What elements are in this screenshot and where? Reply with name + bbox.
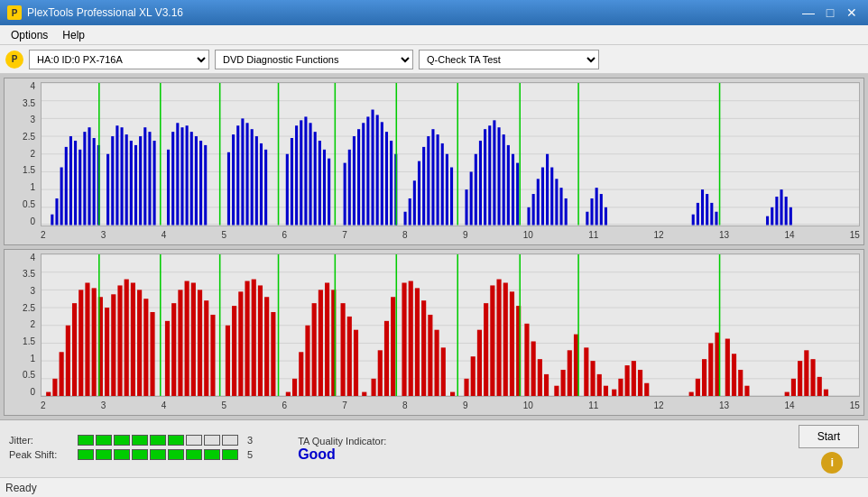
svg-rect-77 — [404, 212, 407, 225]
svg-rect-144 — [78, 290, 83, 396]
svg-rect-39 — [195, 136, 198, 225]
jitter-seg-6 — [168, 435, 184, 446]
svg-rect-49 — [255, 136, 258, 225]
svg-rect-155 — [143, 299, 148, 396]
menu-options[interactable]: Options — [4, 27, 55, 43]
svg-rect-153 — [131, 282, 135, 396]
svg-rect-245 — [804, 350, 808, 396]
svg-rect-57 — [304, 116, 307, 225]
metrics-section: Jitter: 3 Peak Shift: — [9, 435, 253, 464]
svg-rect-103 — [532, 194, 535, 225]
svg-rect-164 — [204, 300, 208, 396]
svg-rect-222 — [584, 347, 588, 396]
svg-rect-41 — [204, 145, 207, 225]
svg-rect-100 — [516, 163, 519, 225]
menu-help[interactable]: Help — [55, 27, 92, 43]
bottom-chart-inner — [41, 253, 860, 398]
svg-rect-178 — [299, 352, 303, 396]
close-button[interactable]: ✕ — [843, 5, 861, 20]
svg-rect-198 — [428, 314, 432, 396]
svg-rect-51 — [264, 150, 267, 225]
svg-rect-239 — [732, 354, 736, 396]
svg-rect-247 — [817, 376, 822, 396]
svg-rect-174 — [271, 311, 275, 396]
svg-rect-116 — [605, 207, 607, 225]
start-button[interactable]: Start — [799, 425, 859, 448]
peak-seg-3 — [114, 449, 130, 460]
peak-seg-9 — [222, 449, 238, 460]
svg-rect-73 — [385, 132, 388, 225]
svg-rect-145 — [85, 282, 89, 396]
svg-rect-54 — [291, 138, 293, 225]
svg-rect-227 — [618, 378, 623, 396]
titlebar: P PlexTools Professional XL V3.16 — □ ✕ — [0, 0, 868, 25]
svg-rect-12 — [65, 147, 68, 225]
drive-icon: P — [5, 51, 23, 69]
svg-rect-238 — [725, 338, 730, 396]
svg-rect-26 — [130, 141, 133, 225]
svg-rect-192 — [391, 297, 395, 396]
top-chart-svg — [42, 83, 859, 225]
svg-rect-160 — [178, 290, 182, 396]
svg-rect-189 — [371, 378, 375, 396]
svg-rect-87 — [450, 168, 453, 225]
svg-rect-165 — [210, 314, 215, 396]
svg-rect-191 — [384, 320, 389, 396]
svg-rect-167 — [226, 325, 230, 396]
svg-rect-219 — [568, 350, 572, 396]
jitter-value: 3 — [247, 435, 253, 446]
minimize-button[interactable]: — — [799, 5, 817, 20]
drive-select[interactable]: HA:0 ID:0 PX-716A — [29, 50, 209, 69]
jitter-seg-8 — [204, 435, 220, 446]
svg-rect-150 — [111, 294, 115, 396]
svg-rect-33 — [167, 150, 170, 225]
svg-rect-96 — [498, 127, 501, 225]
svg-rect-201 — [450, 391, 455, 396]
svg-rect-234 — [702, 359, 706, 396]
svg-rect-182 — [325, 282, 329, 396]
svg-rect-71 — [376, 115, 379, 225]
bottom-chart-svg — [42, 254, 859, 397]
svg-rect-122 — [715, 212, 717, 225]
svg-rect-197 — [421, 300, 426, 396]
svg-rect-17 — [88, 127, 90, 225]
svg-rect-208 — [496, 279, 501, 396]
svg-rect-43 — [227, 152, 230, 225]
svg-rect-218 — [561, 369, 566, 396]
peak-seg-2 — [96, 449, 112, 460]
test-select[interactable]: Q-Check TA Test — [419, 50, 599, 69]
function-select[interactable]: DVD Diagnostic Functions — [215, 50, 413, 69]
svg-rect-72 — [381, 122, 383, 225]
peak-seg-5 — [150, 449, 166, 460]
ta-quality-section: TA Quality Indicator: Good — [298, 436, 386, 463]
svg-rect-179 — [305, 325, 309, 396]
svg-rect-50 — [260, 143, 263, 225]
info-button[interactable]: i — [821, 452, 843, 474]
top-chart-x-axis: 2 3 4 5 6 7 8 9 10 11 12 13 14 15 — [41, 228, 860, 244]
svg-rect-185 — [341, 303, 346, 396]
maximize-button[interactable]: □ — [821, 5, 839, 20]
svg-rect-109 — [559, 188, 562, 225]
svg-rect-240 — [738, 369, 743, 396]
svg-rect-233 — [696, 378, 700, 396]
svg-rect-228 — [625, 365, 630, 396]
svg-rect-206 — [484, 303, 488, 396]
statusbar: Ready — [0, 477, 868, 497]
peak-seg-6 — [168, 449, 184, 460]
svg-rect-231 — [644, 382, 649, 396]
svg-rect-108 — [555, 179, 558, 225]
svg-rect-89 — [465, 189, 467, 225]
svg-rect-45 — [236, 125, 239, 225]
svg-rect-81 — [422, 147, 425, 225]
peak-shift-value: 5 — [247, 449, 253, 460]
svg-rect-16 — [83, 132, 86, 225]
svg-rect-141 — [60, 352, 64, 396]
svg-rect-127 — [780, 189, 782, 225]
svg-rect-104 — [537, 179, 540, 225]
svg-rect-11 — [60, 168, 63, 225]
jitter-seg-4 — [132, 435, 148, 446]
svg-rect-23 — [115, 125, 118, 225]
svg-rect-34 — [171, 132, 174, 225]
svg-rect-112 — [586, 212, 588, 225]
svg-rect-56 — [300, 120, 302, 225]
